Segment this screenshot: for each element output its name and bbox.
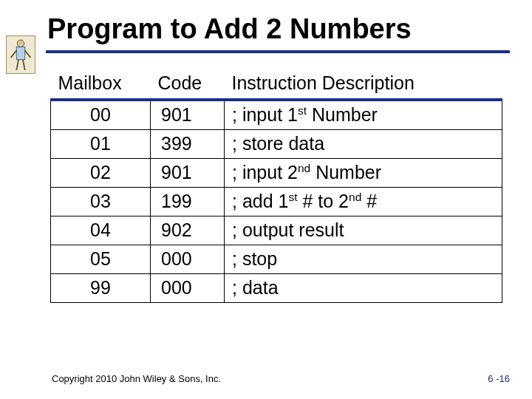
svg-point-0 xyxy=(17,40,24,47)
svg-line-5 xyxy=(23,60,25,70)
table-row: 02901; input 2nd Number xyxy=(51,158,502,187)
cell-mailbox: 99 xyxy=(51,273,151,302)
svg-rect-1 xyxy=(16,47,24,60)
footer: Copyright 2010 John Wiley & Sons, Inc. 6… xyxy=(52,373,510,384)
table-header-row: Mailbox Code Instruction Description xyxy=(51,69,502,100)
cell-code: 000 xyxy=(151,273,225,302)
table-row: 01399; store data xyxy=(51,129,502,158)
cell-description: ; add 1st # to 2nd # xyxy=(225,187,502,216)
cell-code: 902 xyxy=(151,216,225,245)
cell-mailbox: 05 xyxy=(51,245,151,273)
cell-description: ; data xyxy=(225,273,502,302)
cell-code: 399 xyxy=(151,129,225,158)
header-code: Code xyxy=(151,69,225,100)
table-row: 05000; stop xyxy=(51,245,502,273)
slide: Program to Add 2 Numbers Mailbox Code In… xyxy=(0,0,532,399)
table-row: 03199; add 1st # to 2nd # xyxy=(51,187,502,216)
cell-code: 901 xyxy=(151,158,225,187)
decorative-figure-icon xyxy=(6,35,35,74)
header-description: Instruction Description xyxy=(225,69,502,100)
table-row: 99000; data xyxy=(51,273,502,302)
page-title: Program to Add 2 Numbers xyxy=(46,13,510,46)
cell-mailbox: 02 xyxy=(51,158,151,187)
table-row: 00901; input 1st Number xyxy=(51,100,502,130)
page-number: 6 -16 xyxy=(488,373,510,384)
cell-mailbox: 04 xyxy=(51,216,151,245)
cell-description: ; store data xyxy=(225,129,502,158)
svg-line-3 xyxy=(25,50,31,58)
header-mailbox: Mailbox xyxy=(51,69,151,100)
svg-line-4 xyxy=(16,60,18,70)
cell-code: 199 xyxy=(151,187,225,216)
program-table: Mailbox Code Instruction Description 009… xyxy=(50,69,502,303)
cell-code: 901 xyxy=(151,100,225,130)
cell-description: ; input 2nd Number xyxy=(225,158,502,187)
svg-line-2 xyxy=(11,50,17,58)
cell-mailbox: 00 xyxy=(51,100,151,130)
title-underline xyxy=(46,50,510,53)
cell-description: ; input 1st Number xyxy=(225,100,502,130)
program-table-wrap: Mailbox Code Instruction Description 009… xyxy=(46,69,510,303)
cell-code: 000 xyxy=(151,245,225,273)
cell-mailbox: 03 xyxy=(51,187,151,216)
cell-mailbox: 01 xyxy=(51,129,151,158)
copyright-text: Copyright 2010 John Wiley & Sons, Inc. xyxy=(52,373,221,384)
cell-description: ; output result xyxy=(225,216,502,245)
cell-description: ; stop xyxy=(225,245,502,273)
table-row: 04902; output result xyxy=(51,216,502,245)
